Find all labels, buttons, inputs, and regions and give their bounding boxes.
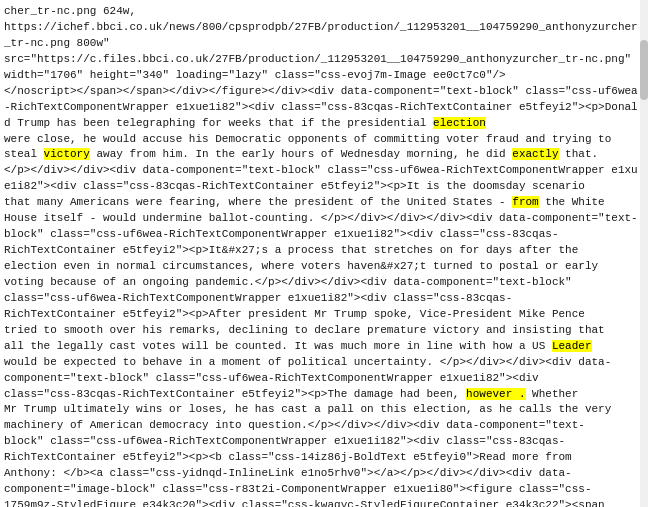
code-view: cher_tr-nc.png 624w, https://ichef.bbci.… <box>0 0 648 507</box>
highlight-exactly: exactly <box>512 148 558 160</box>
highlight-victory: victory <box>44 148 90 160</box>
line-1: cher_tr-nc.png 624w, https://ichef.bbci.… <box>4 5 638 507</box>
scrollbar[interactable] <box>640 0 648 507</box>
highlight-election: election <box>433 117 486 129</box>
highlight-from: from <box>512 196 538 208</box>
highlight-however: however . <box>466 388 525 400</box>
scrollbar-thumb[interactable] <box>640 40 648 100</box>
highlight-leader: Leader <box>552 340 592 352</box>
code-text: cher_tr-nc.png 624w, https://ichef.bbci.… <box>0 4 648 507</box>
